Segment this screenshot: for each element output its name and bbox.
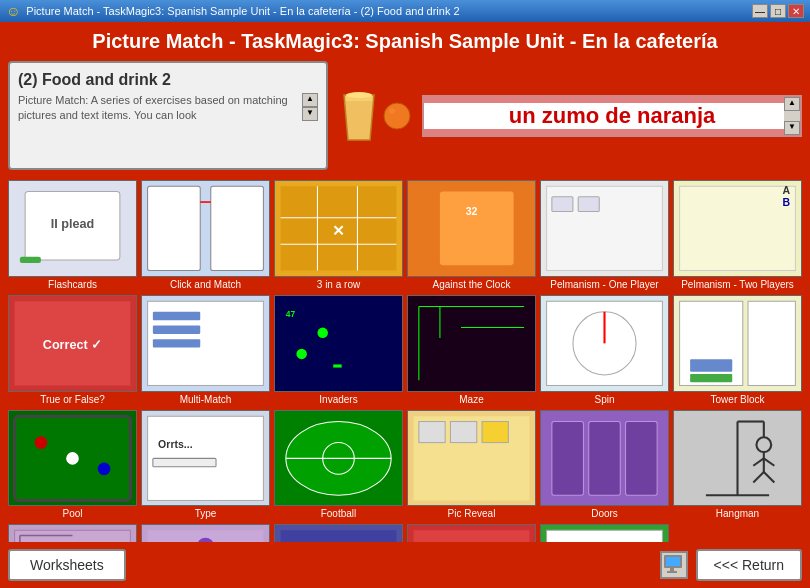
svg-point-41 xyxy=(296,348,307,359)
svg-point-4 xyxy=(389,108,395,114)
svg-rect-8 xyxy=(20,257,41,263)
game-item-pelmanism2[interactable]: ABPelmanism - Two Players xyxy=(673,180,802,291)
game-thumb-doors xyxy=(540,410,669,507)
close-button[interactable]: ✕ xyxy=(788,4,804,18)
svg-rect-104 xyxy=(414,531,530,542)
game-item-type[interactable]: Orrts...Type xyxy=(141,410,270,521)
title-bar: ☺ Picture Match - TaskMagic3: Spanish Sa… xyxy=(0,0,810,22)
game-item-invaders[interactable]: 47Invaders xyxy=(274,295,403,406)
game-thumb-spin xyxy=(540,295,669,392)
game-thumb-flashcards: II plead xyxy=(8,180,137,277)
info-scroll-area: Picture Match: A series of exercises bas… xyxy=(18,93,318,124)
game-item-jump[interactable]: Jump! xyxy=(407,524,536,542)
game-thumb-invaders: 47 xyxy=(274,295,403,392)
text-scroll-down[interactable]: ▼ xyxy=(784,121,800,135)
game-item-pool[interactable]: Pool xyxy=(8,410,137,521)
scroll-up-button[interactable]: ▲ xyxy=(302,93,318,107)
game-thumb-picreveal xyxy=(407,410,536,507)
game-label-type: Type xyxy=(195,508,217,520)
minimize-button[interactable]: — xyxy=(752,4,768,18)
title-bar-left: ☺ Picture Match - TaskMagic3: Spanish Sa… xyxy=(6,3,460,19)
game-item-football[interactable]: Football xyxy=(274,410,403,521)
svg-rect-115 xyxy=(670,568,674,571)
svg-rect-101 xyxy=(281,531,397,542)
app-title: Picture Match - TaskMagic3: Spanish Samp… xyxy=(92,30,717,52)
main-container: Picture Match - TaskMagic3: Spanish Samp… xyxy=(0,22,810,588)
game-label-pelmanism2: Pelmanism - Two Players xyxy=(681,279,794,291)
game-item-snake[interactable]: Snake xyxy=(274,524,403,542)
svg-text:A: A xyxy=(783,184,791,196)
game-item-hangman[interactable]: Hangman xyxy=(673,410,802,521)
game-label-invaders: Invaders xyxy=(319,394,357,406)
svg-point-3 xyxy=(384,103,410,129)
game-label-truefalse: True or False? xyxy=(40,394,105,406)
game-label-3inarow: 3 in a row xyxy=(317,279,360,291)
game-item-towerblock[interactable]: Tower Block xyxy=(673,295,802,406)
text-display-box: un zumo de naranja ▲ ▼ xyxy=(422,95,802,137)
game-item-pelmanism1[interactable]: Pelmanism - One Player xyxy=(540,180,669,291)
worksheets-button[interactable]: Worksheets xyxy=(8,549,126,581)
return-button[interactable]: <<< Return xyxy=(696,549,802,581)
game-item-multimatch[interactable]: Multi-Match xyxy=(141,295,270,406)
svg-text:32: 32 xyxy=(466,205,478,217)
svg-rect-116 xyxy=(667,571,677,573)
monitor-button[interactable] xyxy=(660,551,688,579)
svg-rect-114 xyxy=(666,557,680,566)
maximize-button[interactable]: □ xyxy=(770,4,786,18)
svg-text:✕: ✕ xyxy=(332,223,345,239)
game-thumb-3inarow: ✕ xyxy=(274,180,403,277)
game-thumb-towerblock xyxy=(673,295,802,392)
game-label-spin: Spin xyxy=(594,394,614,406)
svg-rect-66 xyxy=(153,458,216,466)
title-bar-controls: — □ ✕ xyxy=(752,4,804,18)
svg-rect-36 xyxy=(153,312,200,320)
app-icon: ☺ xyxy=(6,3,20,19)
game-thumb-football xyxy=(274,410,403,507)
game-thumb-trainer: el sonido xyxy=(540,524,669,542)
monitor-icon xyxy=(663,554,685,576)
juice-glass-icon xyxy=(340,90,378,142)
svg-rect-74 xyxy=(450,421,476,442)
word-display: un zumo de naranja xyxy=(509,103,716,129)
game-item-3inarow[interactable]: ✕3 in a row xyxy=(274,180,403,291)
top-section: (2) Food and drink 2 Picture Match: A se… xyxy=(0,61,810,176)
text-display-inner: un zumo de naranja xyxy=(424,103,800,129)
game-item-maze[interactable]: Maze xyxy=(407,295,536,406)
game-label-atclock: Against the Clock xyxy=(433,279,511,291)
game-item-atclock[interactable]: 32Against the Clock xyxy=(407,180,536,291)
game-thumb-type: Orrts... xyxy=(141,410,270,507)
svg-rect-77 xyxy=(552,421,584,495)
game-label-flashcards: Flashcards xyxy=(48,279,97,291)
game-label-towerblock: Tower Block xyxy=(711,394,765,406)
game-item-flashcards[interactable]: II pleadFlashcards xyxy=(8,180,137,291)
unit-description: Picture Match: A series of exercises bas… xyxy=(18,93,298,124)
game-item-picreveal[interactable]: Pic Reveal xyxy=(407,410,536,521)
game-label-hangman: Hangman xyxy=(716,508,759,520)
info-scrollbar: ▲ ▼ xyxy=(302,93,318,121)
text-scroll-up[interactable]: ▲ xyxy=(784,97,800,111)
svg-rect-78 xyxy=(589,421,621,495)
game-item-truefalse[interactable]: Correct ✓True or False? xyxy=(8,295,137,406)
svg-text:Correct ✓: Correct ✓ xyxy=(43,337,102,351)
game-item-spin[interactable]: Spin xyxy=(540,295,669,406)
picture-area: un zumo de naranja ▲ ▼ xyxy=(336,61,802,170)
game-thumb-atclock: 32 xyxy=(407,180,536,277)
svg-rect-73 xyxy=(419,421,445,442)
game-item-invaders2[interactable]: Invaders II xyxy=(141,524,270,542)
game-label-multimatch: Multi-Match xyxy=(180,394,232,406)
game-item-doors[interactable]: Doors xyxy=(540,410,669,521)
game-thumb-clickmatch xyxy=(141,180,270,277)
svg-rect-57 xyxy=(690,374,732,382)
svg-rect-10 xyxy=(148,186,201,270)
game-thumb-snake xyxy=(274,524,403,542)
game-item-maze2[interactable]: Maze II xyxy=(8,524,137,542)
game-thumb-truefalse: Correct ✓ xyxy=(8,295,137,392)
svg-text:Orrts...: Orrts... xyxy=(158,437,193,449)
game-item-trainer[interactable]: el sonidoTrainer xyxy=(540,524,669,542)
game-item-clickmatch[interactable]: Click and Match xyxy=(141,180,270,291)
game-label-clickmatch: Click and Match xyxy=(170,279,241,291)
scroll-down-button[interactable]: ▼ xyxy=(302,107,318,121)
svg-point-60 xyxy=(35,436,48,449)
game-thumb-pool xyxy=(8,410,137,507)
svg-rect-44 xyxy=(408,296,534,391)
